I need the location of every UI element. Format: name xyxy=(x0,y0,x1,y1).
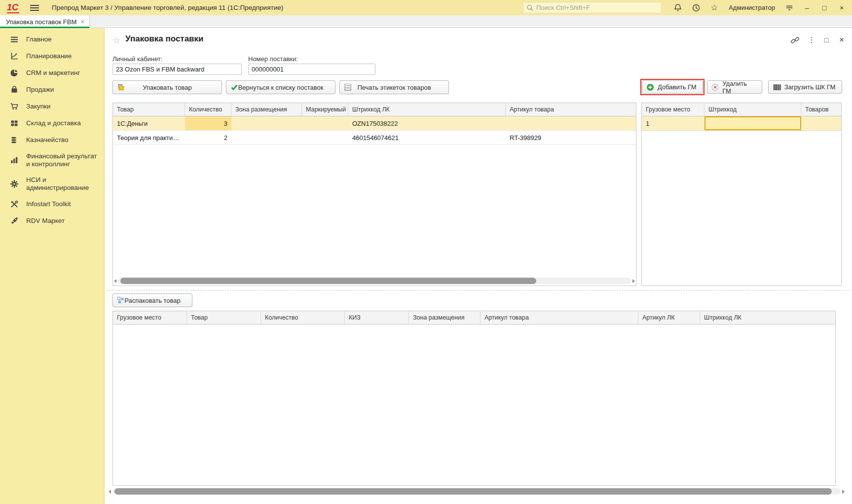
delete-gm-button[interactable]: Удалить ГМ xyxy=(707,80,762,94)
column-header[interactable]: Маркируемый xyxy=(302,103,348,116)
splitter[interactable] xyxy=(107,290,850,290)
column-header[interactable]: Штрихкод ЛК xyxy=(348,103,506,116)
tab-upakovka-postavok-fbm[interactable]: Упаковка поставок FBM × xyxy=(0,15,90,28)
x-circle-icon xyxy=(711,83,719,91)
sidebar-item-label: Планирование xyxy=(26,52,72,60)
sidebar-item-planirovanie[interactable]: Планирование xyxy=(0,48,104,65)
column-header[interactable]: Зона размещения xyxy=(409,311,481,324)
cell-barcode-lk[interactable]: OZN175038222 xyxy=(348,116,506,130)
back-to-supplies-button[interactable]: Вернуться к списку поставок xyxy=(226,80,335,94)
button-label: Вернуться к списку поставок xyxy=(238,84,324,91)
supply-number-label: Номер поставки: xyxy=(248,55,298,63)
close-window-icon[interactable]: × xyxy=(837,4,846,12)
column-header[interactable]: Зона размещения xyxy=(231,103,302,116)
shopping-cart-icon xyxy=(10,102,19,111)
history-icon[interactable] xyxy=(691,3,701,13)
column-header[interactable]: Грузовое место xyxy=(113,311,187,324)
bar-chart-icon xyxy=(10,156,19,165)
column-header[interactable]: КИЗ xyxy=(345,311,409,324)
package-box-icon xyxy=(117,83,125,92)
items-table-hscrollbar[interactable] xyxy=(114,277,635,285)
sidebar-item-kaznacheystvo[interactable]: Казначейство xyxy=(0,132,104,148)
scroll-right-icon[interactable] xyxy=(842,490,845,494)
cell-marked[interactable] xyxy=(302,116,348,130)
get-link-icon[interactable] xyxy=(789,35,800,45)
search-input[interactable] xyxy=(536,4,658,11)
unpack-squares-icon xyxy=(117,296,125,304)
cell-qty[interactable]: 2 xyxy=(185,131,231,144)
column-header[interactable]: Товар xyxy=(187,311,261,324)
sidebar-item-label: Закупки xyxy=(26,103,50,110)
rocket-icon xyxy=(10,216,19,225)
sidebar-item-prodazhi[interactable]: Продажи xyxy=(0,81,104,98)
search-icon xyxy=(526,4,534,12)
items-table-header: Товар Количество Зона размещения Маркиру… xyxy=(113,103,636,116)
column-header[interactable]: Товаров xyxy=(801,103,841,116)
column-header[interactable]: Артикул товара xyxy=(506,103,636,116)
packed-table-header: Грузовое место Товар Количество КИЗ Зона… xyxy=(113,311,835,324)
pie-chart-icon xyxy=(10,69,19,77)
scroll-left-icon[interactable] xyxy=(114,279,116,283)
cell-zone[interactable] xyxy=(231,131,302,144)
column-header[interactable]: Артикул ЛК xyxy=(638,311,700,324)
tab-close-icon[interactable]: × xyxy=(80,18,84,26)
column-header[interactable]: Количество xyxy=(261,311,345,324)
form-favorite-star-icon[interactable]: ☆ xyxy=(112,35,120,46)
sidebar-item-infostart[interactable]: Infostart Toolkit xyxy=(0,196,104,213)
sidebar-item-zakupki[interactable]: Закупки xyxy=(0,98,104,115)
notifications-bell-icon[interactable] xyxy=(673,3,683,13)
column-header[interactable]: Артикул товара xyxy=(481,311,638,324)
table-row-selected[interactable]: 1С:Деньги 3 OZN175038222 xyxy=(113,116,636,131)
sidebar-item-label: НСИ и администрирование xyxy=(26,176,99,192)
cargo-row-selected[interactable]: 1 xyxy=(642,116,841,131)
table-row[interactable]: Теория для практи… 2 4601546074621 RT-39… xyxy=(113,131,636,145)
column-header[interactable]: Штрихкод xyxy=(704,103,801,116)
supply-number-field[interactable] xyxy=(248,64,375,75)
load-gm-barcode-button[interactable]: Загрузить ШК ГМ xyxy=(768,80,842,94)
sidebar-item-nsi[interactable]: НСИ и администрирование xyxy=(0,172,104,196)
column-header[interactable]: Штрихкод ЛК xyxy=(700,311,835,324)
cell-article[interactable] xyxy=(506,116,636,130)
form-close-icon[interactable]: × xyxy=(836,35,847,45)
maximize-icon[interactable]: □ xyxy=(820,4,829,12)
favorites-star-icon[interactable]: ☆ xyxy=(709,3,719,13)
pallet-grid-icon xyxy=(10,119,19,128)
column-header[interactable]: Товар xyxy=(113,103,185,116)
cell-barcode-lk[interactable]: 4601546074621 xyxy=(348,131,506,144)
service-menu-icon[interactable] xyxy=(784,3,794,13)
cell-marked[interactable] xyxy=(302,131,348,144)
form-maximize-icon[interactable]: □ xyxy=(821,35,832,45)
sidebar-item-crm[interactable]: CRM и маркетинг xyxy=(0,65,104,81)
cell-cargo-place[interactable]: 1 xyxy=(642,116,704,130)
scroll-left-icon[interactable] xyxy=(109,490,111,494)
print-labels-button[interactable]: Печать этикеток товаров xyxy=(339,80,449,94)
sidebar-item-finrezultat[interactable]: Финансовый результат и контроллинг xyxy=(0,148,104,172)
sidebar-item-rdv-market[interactable]: RDV Маркет xyxy=(0,213,104,229)
cell-zone[interactable] xyxy=(231,116,302,130)
cell-tovarov[interactable] xyxy=(801,116,841,130)
more-menu-icon[interactable]: ⋮ xyxy=(806,35,817,45)
add-gm-button[interactable]: Добавить ГМ xyxy=(642,80,703,94)
cell-tovar[interactable]: 1С:Деньги xyxy=(113,116,185,130)
sidebar-item-sklad[interactable]: Склад и доставка xyxy=(0,115,104,132)
cabinet-field[interactable] xyxy=(112,64,242,75)
unpack-item-button[interactable]: Распаковать товар xyxy=(112,293,192,307)
global-search[interactable] xyxy=(523,2,662,13)
cell-article[interactable]: RT-398929 xyxy=(506,131,636,144)
page-hscrollbar[interactable] xyxy=(109,488,845,495)
minimize-icon[interactable]: – xyxy=(803,4,812,12)
cell-tovar[interactable]: Теория для практи… xyxy=(113,131,185,144)
cell-qty-current[interactable]: 3 xyxy=(185,116,231,130)
cell-barcode-edit[interactable] xyxy=(704,116,801,130)
coins-icon xyxy=(10,136,19,144)
scroll-right-icon[interactable] xyxy=(632,279,635,283)
column-header[interactable]: Количество xyxy=(185,103,231,116)
main-menu-icon[interactable] xyxy=(30,5,39,11)
pack-item-button[interactable]: Упаковать товар xyxy=(112,80,222,94)
user-menu[interactable]: Администратор xyxy=(729,4,775,11)
red-annotation-rectangle: Добавить ГМ xyxy=(640,79,704,95)
sidebar-item-glavnoe[interactable]: Главное xyxy=(0,31,104,48)
column-header[interactable]: Грузовое место xyxy=(642,103,704,116)
page-title: Упаковка поставки xyxy=(125,34,204,44)
tabbar: Упаковка поставок FBM × xyxy=(0,15,852,28)
